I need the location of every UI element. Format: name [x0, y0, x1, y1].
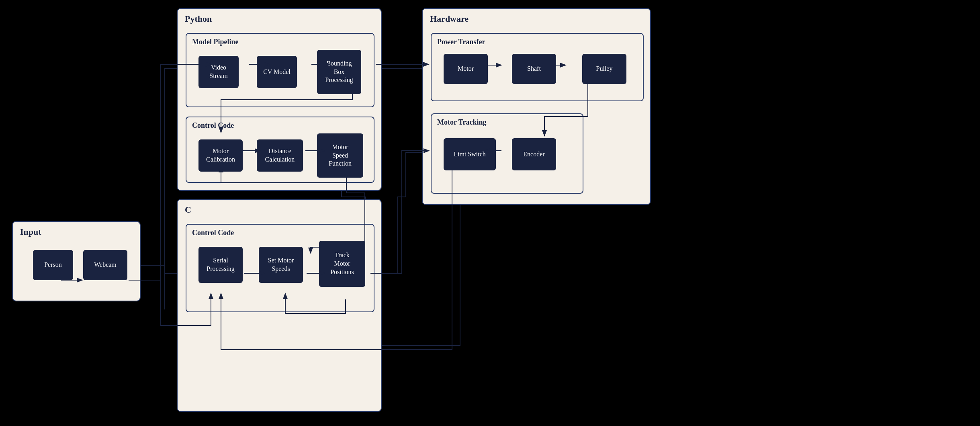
bbox-node: BoundingBoxProcessing [317, 50, 361, 94]
hardware-group: Hardware Power Transfer Motor Shaft Pull… [422, 8, 651, 205]
dist-calc-node: DistanceCalculation [257, 139, 303, 172]
track-motor-node: TrackMotorPositions [319, 241, 365, 287]
model-pipeline-label: Model Pipeline [192, 38, 239, 46]
video-stream-node: VideoStream [198, 56, 239, 88]
shaft-node: Shaft [512, 54, 556, 84]
c-label: C [185, 205, 191, 215]
motor-cal-node: MotorCalibration [198, 139, 243, 172]
python-group: Python Model Pipeline VideoStream CV Mod… [177, 8, 382, 191]
serial-proc-node: SerialProcessing [198, 247, 243, 283]
person-node: Person [33, 250, 73, 280]
input-label: Input [20, 227, 41, 237]
motor-speed-node: MotorSpeedFunction [317, 133, 363, 178]
webcam-node: Webcam [83, 250, 127, 280]
python-label: Python [185, 14, 212, 24]
limit-switch-node: Limt Switch [444, 138, 496, 170]
pulley-node: Pulley [582, 54, 626, 84]
python-control-subbox: Control Code MotorCalibration DistanceCa… [186, 117, 374, 183]
power-transfer-label: Power Transfer [437, 38, 485, 46]
hardware-label: Hardware [430, 14, 469, 24]
cv-model-node: CV Model [257, 56, 297, 88]
model-pipeline-subbox: Model Pipeline VideoStream CV Model Boun… [186, 33, 374, 107]
set-motor-node: Set MotorSpeeds [259, 247, 303, 283]
input-group: Input Person Webcam [12, 221, 141, 301]
power-transfer-subbox: Power Transfer Motor Shaft Pulley [431, 33, 644, 101]
diagram-container: Input Person Webcam Python Model Pipelin… [0, 0, 980, 426]
c-control-label: Control Code [192, 229, 234, 237]
python-control-label: Control Code [192, 121, 234, 130]
motor-tracking-label: Motor Tracking [437, 118, 487, 127]
motor-tracking-subbox: Motor Tracking Encoder Limt Switch [431, 113, 583, 194]
c-control-subbox: Control Code SerialProcessing Set MotorS… [186, 224, 374, 312]
c-group: C Control Code SerialProcessing Set Moto… [177, 199, 382, 412]
motor-node: Motor [444, 54, 488, 84]
encoder-node: Encoder [512, 138, 556, 170]
